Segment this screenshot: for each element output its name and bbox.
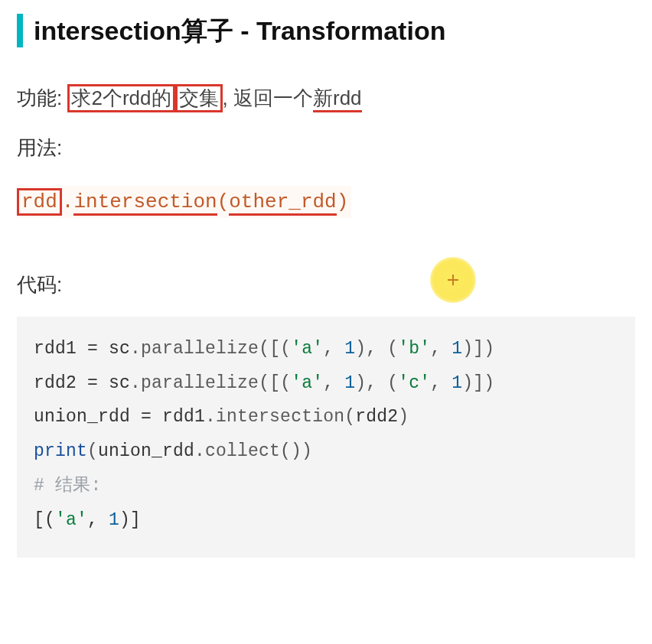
usage-dot: . — [62, 190, 74, 213]
code-line: [('a', 1)] — [34, 510, 141, 530]
code-label: 代码: — [17, 272, 635, 298]
usage-rdd-box: rdd — [17, 188, 62, 216]
page-title: intersection算子 - Transformation — [17, 14, 635, 47]
usage-label: 用法: — [17, 135, 635, 161]
function-description: 功能: 求2个rdd的交集, 返回一个新rdd — [17, 83, 635, 115]
code-line: union_rdd = rdd1.intersection(rdd2) — [34, 407, 409, 427]
cursor-highlight-icon — [430, 257, 476, 303]
function-mid-text: , 返回一个 — [223, 86, 313, 109]
usage-close-paren: ) — [337, 190, 349, 213]
code-line: # 结果: — [34, 476, 101, 496]
highlight-box-1: 求2个rdd的 — [67, 84, 174, 112]
usage-arg: other_rdd — [229, 190, 336, 216]
title-sep: - — [233, 16, 256, 45]
usage-method: intersection — [73, 190, 217, 216]
usage-open-paren: ( — [217, 190, 230, 213]
usage-code: rdd.intersection(other_rdd) — [17, 186, 351, 218]
code-line: rdd2 = sc.parallelize([('a', 1), ('c', 1… — [34, 373, 494, 393]
code-block: rdd1 = sc.parallelize([('a', 1), ('b', 1… — [17, 317, 635, 558]
highlight-underline-1: 新rdd — [313, 86, 362, 112]
highlight-box-2: 交集 — [175, 84, 223, 112]
title-part-2: Transformation — [256, 16, 445, 45]
code-line: rdd1 = sc.parallelize([('a', 1), ('b', 1… — [34, 339, 494, 359]
code-line: print(union_rdd.collect()) — [34, 441, 312, 461]
title-part-1: intersection算子 — [34, 16, 233, 45]
function-label: 功能: — [17, 86, 62, 109]
